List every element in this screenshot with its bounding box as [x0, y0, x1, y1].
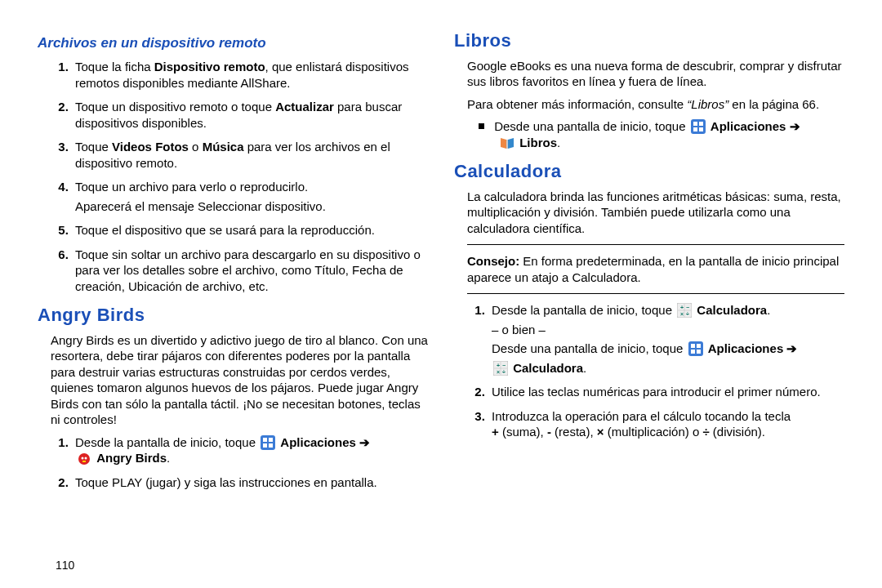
svg-rect-1: [263, 438, 267, 442]
svg-rect-23: [691, 344, 695, 348]
right-column: Libros Google eBooks es una nueva forma …: [441, 29, 858, 572]
libros-para-2: Para obtener más información, consulte “…: [467, 96, 844, 113]
svg-text:×: ×: [497, 369, 500, 375]
calculator-icon: +−×÷: [677, 303, 692, 318]
svg-rect-26: [697, 350, 701, 354]
svg-point-7: [85, 457, 87, 460]
calc-step-3: Introduzca la operación para el cálculo …: [488, 408, 844, 440]
svg-rect-0: [261, 435, 275, 450]
step-6: Toque sin soltar un archivo para descarg…: [72, 247, 428, 295]
step-5: Toque el dispositivo que se usará para l…: [72, 222, 428, 238]
heading-libros: Libros: [454, 29, 844, 53]
svg-rect-24: [697, 344, 701, 348]
calc-step-2: Utilice las teclas numéricas para introd…: [488, 384, 844, 400]
svg-rect-25: [691, 350, 695, 354]
applications-icon: [691, 119, 706, 134]
ab-step-1: Desde la pantalla de inicio, toque Aplic…: [72, 434, 428, 466]
divider: [467, 293, 844, 294]
applications-icon: [688, 341, 703, 356]
ab-step-2: Toque PLAY (jugar) y siga las instruccio…: [72, 474, 428, 491]
svg-text:−: −: [686, 305, 689, 310]
svg-rect-4: [269, 443, 273, 448]
svg-rect-14: [506, 140, 508, 149]
svg-rect-10: [693, 122, 697, 126]
calc-para: La calculadora brinda las funciones arit…: [467, 189, 844, 237]
svg-rect-13: [699, 127, 703, 131]
step-1: Toque la ficha Dispositivo remoto, que e…: [72, 59, 428, 91]
libros-para-1: Google eBooks es una nueva forma de desc…: [467, 58, 844, 90]
manual-page: Archivos en un dispositivo remoto Toque …: [0, 0, 882, 588]
calc-tip: Consejo: En forma predeterminada, en la …: [467, 253, 844, 285]
heading-archivos: Archivos en un dispositivo remoto: [38, 34, 428, 52]
svg-rect-9: [691, 119, 706, 134]
step-4: Toque un archivo para verlo o reproducir…: [72, 179, 428, 214]
calculator-icon: +−×÷: [493, 361, 508, 376]
svg-rect-12: [693, 127, 697, 131]
left-column: Archivos en un dispositivo remoto Toque …: [24, 29, 441, 572]
divider: [467, 244, 844, 245]
svg-text:−: −: [502, 363, 506, 368]
step-3: Toque Videos Fotos o Música para ver los…: [72, 139, 428, 171]
angry-birds-description: Angry Birds es un divertido y adictivo j…: [51, 332, 428, 428]
libros-bullet: Desde una pantalla de inicio, toque Apli…: [454, 118, 844, 150]
applications-icon: [261, 435, 275, 450]
svg-text:×: ×: [680, 311, 684, 317]
calc-step-1: Desde la pantalla de inicio, toque +−×÷ …: [488, 302, 844, 376]
svg-rect-8: [82, 461, 86, 462]
angry-birds-steps: Desde la pantalla de inicio, toque Aplic…: [49, 434, 428, 491]
svg-text:÷: ÷: [686, 311, 689, 317]
svg-rect-2: [269, 438, 273, 442]
svg-text:+: +: [680, 305, 684, 310]
svg-text:+: +: [497, 363, 500, 368]
svg-rect-3: [263, 443, 267, 448]
step-2: Toque un dispositivo remoto o toque Actu…: [72, 99, 428, 131]
calc-steps: Desde la pantalla de inicio, toque +−×÷ …: [466, 302, 844, 440]
heading-calculadora: Calculadora: [454, 160, 844, 184]
angry-birds-icon: [77, 451, 91, 466]
archivos-steps: Toque la ficha Dispositivo remoto, que e…: [49, 59, 428, 294]
svg-rect-11: [699, 122, 703, 126]
heading-angry-birds: Angry Birds: [38, 304, 428, 327]
page-number: 110: [56, 559, 74, 572]
svg-rect-22: [688, 341, 703, 356]
svg-point-6: [82, 457, 84, 460]
libros-icon: [500, 136, 514, 150]
square-bullet-icon: [479, 123, 484, 129]
svg-text:÷: ÷: [502, 369, 506, 375]
